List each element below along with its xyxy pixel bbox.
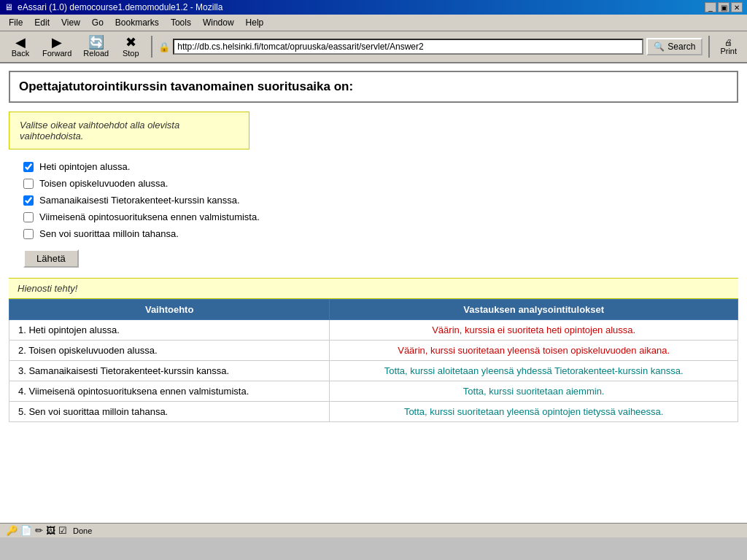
result-cell: Väärin, kurssi suoritetaan yleensä toise… <box>330 341 738 361</box>
window-title: eAssari (1.0) democourse1.demomodule1.2 … <box>18 2 222 12</box>
option-4-label: Viimeisenä opintosuorituksena ennen valm… <box>39 211 260 222</box>
page-title: Opettajatutorointikurssin tavanomainen s… <box>19 79 728 94</box>
status-icon-5: ☑ <box>58 525 67 536</box>
toolbar-separator <box>151 36 152 58</box>
back-button[interactable]: ◀ Back <box>6 34 35 59</box>
print-button[interactable]: 🖨 Print <box>716 36 741 57</box>
options-list: Heti opintojen alussa. Toisen opiskeluvu… <box>23 161 738 239</box>
window-icon: 🖥 <box>4 2 13 12</box>
option-1-checkbox[interactable] <box>23 162 34 172</box>
submit-button[interactable]: Lähetä <box>23 249 79 268</box>
search-button[interactable]: 🔍 Search <box>646 38 703 55</box>
option-3-label: Samanaikaisesti Tietorakenteet-kurssin k… <box>39 195 240 206</box>
option-4-checkbox[interactable] <box>23 212 34 222</box>
status-icon-2: 📄 <box>20 525 32 536</box>
minimize-button[interactable]: _ <box>705 2 716 12</box>
back-icon: ◀ <box>15 36 26 49</box>
close-button[interactable]: ✕ <box>731 2 743 12</box>
print-icon: 🖨 <box>724 38 732 47</box>
result-cell: Totta, kurssi suoritetaan yleensä opinto… <box>330 402 738 422</box>
menu-view[interactable]: View <box>55 16 86 29</box>
option-cell: 4. Viimeisenä opintosuorituksena ennen v… <box>9 381 330 402</box>
address-icon: 🔒 <box>158 42 170 52</box>
status-icon-1: 🔑 <box>6 525 18 536</box>
list-item: Toisen opiskeluvuoden alussa. <box>23 178 738 189</box>
forward-button[interactable]: ▶ Forward <box>38 34 76 59</box>
toolbar-separator2 <box>708 36 710 58</box>
menu-window[interactable]: Window <box>197 16 240 29</box>
option-cell: 2. Toisen opiskeluvuoden alussa. <box>9 341 330 361</box>
maximize-button[interactable]: ▣ <box>718 2 729 12</box>
result-banner: Hienosti tehty! <box>9 278 738 299</box>
menu-bookmarks[interactable]: Bookmarks <box>109 16 165 29</box>
stop-icon: ✖ <box>125 36 136 49</box>
search-icon: 🔍 <box>654 42 665 52</box>
option-cell: 3. Samanaikaisesti Tietorakenteet-kurssi… <box>9 361 330 381</box>
option-2-label: Toisen opiskeluvuoden alussa. <box>39 178 168 189</box>
menu-go[interactable]: Go <box>86 16 109 29</box>
instruction-text: Valitse oikeat vaihtoehdot alla olevista… <box>20 120 179 141</box>
menu-bar: File Edit View Go Bookmarks Tools Window… <box>0 15 747 31</box>
table-row: 1. Heti opintojen alussa.Väärin, kurssia… <box>9 320 738 341</box>
browser-content: Opettajatutorointikurssin tavanomainen s… <box>0 63 747 523</box>
reload-button[interactable]: 🔄 Reload <box>79 34 113 59</box>
stop-button[interactable]: ✖ Stop <box>116 34 145 59</box>
list-item: Samanaikaisesti Tietorakenteet-kurssin k… <box>23 195 738 206</box>
status-bar: 🔑 📄 ✏ 🖼 ☑ Done <box>0 523 747 537</box>
page-title-box: Opettajatutorointikurssin tavanomainen s… <box>9 71 738 103</box>
table-row: 4. Viimeisenä opintosuorituksena ennen v… <box>9 381 738 402</box>
option-2-checkbox[interactable] <box>23 179 34 189</box>
address-input[interactable] <box>173 39 643 55</box>
instruction-box: Valitse oikeat vaihtoehdot alla olevista… <box>9 112 249 149</box>
table-row: 3. Samanaikaisesti Tietorakenteet-kurssi… <box>9 361 738 381</box>
list-item: Sen voi suorittaa milloin tahansa. <box>23 228 738 239</box>
menu-tools[interactable]: Tools <box>165 16 197 29</box>
option-3-checkbox[interactable] <box>23 195 34 206</box>
toolbar: ◀ Back ▶ Forward 🔄 Reload ✖ Stop 🔒 🔍 Sea… <box>0 31 747 63</box>
status-icons: 🔑 📄 ✏ 🖼 ☑ <box>6 525 67 536</box>
window-title-bar: 🖥 eAssari (1.0) democourse1.demomodule1.… <box>0 0 747 15</box>
forward-icon: ▶ <box>52 36 62 49</box>
table-row: 2. Toisen opiskeluvuoden alussa.Väärin, … <box>9 341 738 361</box>
col1-header: Vaihtoehto <box>9 300 330 320</box>
col2-header: Vastauksen analysointitulokset <box>330 300 738 320</box>
window-controls[interactable]: _ ▣ ✕ <box>705 2 743 12</box>
result-cell: Totta, kurssi aloitetaan yleensä yhdessä… <box>330 361 738 381</box>
result-cell: Väärin, kurssia ei suoriteta heti opinto… <box>330 320 738 341</box>
option-cell: 5. Sen voi suorittaa milloin tahansa. <box>9 402 330 422</box>
result-cell: Totta, kurssi suoritetaan aiemmin. <box>330 381 738 402</box>
option-5-label: Sen voi suorittaa milloin tahansa. <box>39 228 179 239</box>
menu-help[interactable]: Help <box>240 16 270 29</box>
menu-edit[interactable]: Edit <box>28 16 55 29</box>
status-text: Done <box>73 526 92 535</box>
reload-icon: 🔄 <box>88 36 104 49</box>
option-5-checkbox[interactable] <box>23 229 34 239</box>
analysis-table: Vaihtoehto Vastauksen analysointitulokse… <box>9 299 738 422</box>
option-1-label: Heti opintojen alussa. <box>39 161 130 172</box>
status-icon-4: 🖼 <box>46 525 55 536</box>
status-icon-3: ✏ <box>35 525 43 536</box>
list-item: Heti opintojen alussa. <box>23 161 738 172</box>
option-cell: 1. Heti opintojen alussa. <box>9 320 330 341</box>
list-item: Viimeisenä opintosuorituksena ennen valm… <box>23 211 738 222</box>
address-bar: 🔒 🔍 Search <box>158 38 703 55</box>
table-row: 5. Sen voi suorittaa milloin tahansa.Tot… <box>9 402 738 422</box>
result-text: Hienosti tehty! <box>18 283 77 294</box>
menu-file[interactable]: File <box>3 16 28 29</box>
